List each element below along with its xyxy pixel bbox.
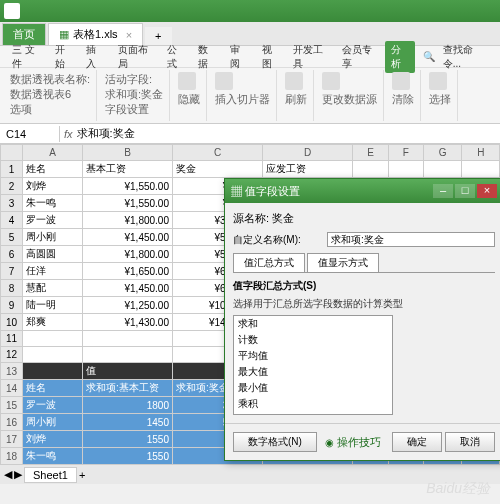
ribbon-group-pivotname: 数据透视表名称: 数据透视表6 选项 [4, 70, 97, 121]
options-button[interactable]: 选项 [10, 102, 90, 117]
close-icon[interactable]: × [477, 184, 497, 198]
sheet-tabs: ◀ ▶ Sheet1 + [0, 464, 500, 484]
section-label: 值字段汇总方式(S) [233, 279, 495, 293]
field-settings-button[interactable]: 字段设置 [105, 102, 163, 117]
cancel-button[interactable]: 取消 [445, 432, 495, 452]
tab-display-method[interactable]: 值显示方式 [307, 253, 379, 272]
tips-link[interactable]: ◉ 操作技巧 [325, 435, 381, 450]
sheet-tab[interactable]: Sheet1 [24, 467, 77, 483]
list-item[interactable]: 最大值 [234, 364, 392, 380]
custom-name-input[interactable] [327, 232, 495, 247]
name-box[interactable]: C14 [0, 126, 60, 142]
ribbon-tabs: 三 文件 开始 插入 页面布局 公式 数据 审阅 视图 开发工具 会员专享 分析… [0, 46, 500, 68]
ribbon-group-refresh[interactable]: 刷新 [279, 70, 314, 121]
ribbon-group-hide[interactable]: 隐藏 [172, 70, 207, 121]
ribbon-review[interactable]: 审阅 [224, 41, 254, 73]
ribbon-file[interactable]: 三 文件 [6, 41, 47, 73]
close-icon[interactable]: × [126, 29, 132, 41]
ribbon-group-slicer[interactable]: 插入切片器 [209, 70, 277, 121]
sheet-nav[interactable]: ▶ [14, 468, 22, 481]
maximize-icon[interactable]: □ [455, 184, 475, 198]
custom-name-label: 自定义名称(M): [233, 233, 323, 247]
hint-text: 选择用于汇总所选字段数据的计算类型 [233, 297, 495, 311]
minimize-icon[interactable]: – [433, 184, 453, 198]
app-logo [4, 3, 20, 19]
ok-button[interactable]: 确定 [392, 432, 442, 452]
ribbon-start[interactable]: 开始 [49, 41, 79, 73]
ribbon-group-select[interactable]: 选择 [423, 70, 458, 121]
window-titlebar [0, 0, 500, 22]
ribbon-insert[interactable]: 插入 [80, 41, 110, 73]
tab-summary-method[interactable]: 值汇总方式 [233, 253, 305, 272]
formula-input[interactable]: 求和项:奖金 [77, 126, 135, 141]
list-item[interactable]: 乘积 [234, 396, 392, 412]
ribbon-layout[interactable]: 页面布局 [112, 41, 159, 73]
value-field-settings-dialog: ▦ 值字段设置 – □ × 源名称: 奖金 自定义名称(M): 值汇总方式 值显… [224, 178, 500, 461]
watermark: Baidu经验 [426, 480, 490, 498]
ribbon-view[interactable]: 视图 [256, 41, 286, 73]
ribbon-group-clear[interactable]: 清除 [386, 70, 421, 121]
dialog-titlebar[interactable]: ▦ 值字段设置 – □ × [225, 179, 500, 203]
ribbon-toolbar: 数据透视表名称: 数据透视表6 选项 活动字段: 求和项:奖金 字段设置 隐藏 … [0, 68, 500, 124]
calc-type-list[interactable]: 求和 计数 平均值 最大值 最小值 乘积 [233, 315, 393, 415]
ribbon-data[interactable]: 数据 [192, 41, 222, 73]
ribbon-formula[interactable]: 公式 [161, 41, 191, 73]
list-item[interactable]: 最小值 [234, 380, 392, 396]
source-name-label: 源名称: 奖金 [233, 211, 294, 226]
sheet-add[interactable]: + [79, 469, 85, 481]
ribbon-group-datasource[interactable]: 更改数据源 [316, 70, 384, 121]
sheet-nav[interactable]: ◀ [4, 468, 12, 481]
ribbon-group-activefield: 活动字段: 求和项:奖金 字段设置 [99, 70, 170, 121]
formula-bar: C14 fx求和项:奖金 [0, 124, 500, 144]
list-item[interactable]: 计数 [234, 332, 392, 348]
dialog-icon: ▦ [231, 185, 242, 197]
column-headers: ABCDEFGH [1, 145, 500, 161]
fx-icon[interactable]: fx [64, 128, 73, 140]
list-item[interactable]: 求和 [234, 316, 392, 332]
ribbon-dev[interactable]: 开发工具 [287, 41, 334, 73]
ribbon-analyze[interactable]: 分析 [385, 41, 415, 73]
ribbon-member[interactable]: 会员专享 [336, 41, 383, 73]
list-item[interactable]: 平均值 [234, 348, 392, 364]
number-format-button[interactable]: 数字格式(N) [233, 432, 317, 452]
